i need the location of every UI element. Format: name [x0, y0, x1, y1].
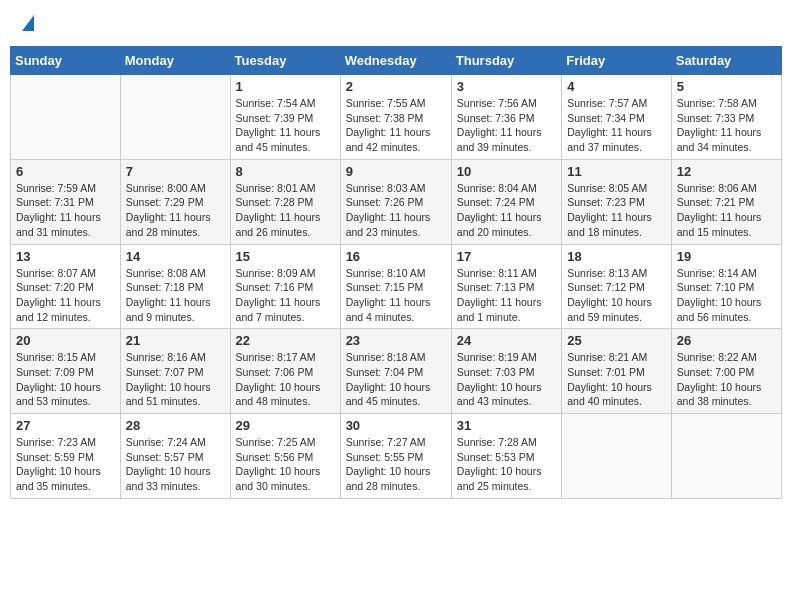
calendar-week-row: 6Sunrise: 7:59 AM Sunset: 7:31 PM Daylig… [11, 159, 782, 244]
calendar-day-cell: 18Sunrise: 8:13 AM Sunset: 7:12 PM Dayli… [562, 244, 672, 329]
calendar-day-cell: 3Sunrise: 7:56 AM Sunset: 7:36 PM Daylig… [451, 75, 561, 160]
calendar-header-row: SundayMondayTuesdayWednesdayThursdayFrid… [11, 47, 782, 75]
calendar-day-cell: 6Sunrise: 7:59 AM Sunset: 7:31 PM Daylig… [11, 159, 121, 244]
day-info: Sunrise: 7:27 AM Sunset: 5:55 PM Dayligh… [346, 435, 446, 494]
day-number: 16 [346, 249, 446, 264]
day-number: 13 [16, 249, 115, 264]
day-number: 22 [236, 333, 335, 348]
weekday-header: Saturday [671, 47, 781, 75]
day-number: 23 [346, 333, 446, 348]
calendar-day-cell: 11Sunrise: 8:05 AM Sunset: 7:23 PM Dayli… [562, 159, 672, 244]
weekday-header: Thursday [451, 47, 561, 75]
day-info: Sunrise: 8:19 AM Sunset: 7:03 PM Dayligh… [457, 350, 556, 409]
logo [20, 15, 34, 31]
calendar-day-cell: 4Sunrise: 7:57 AM Sunset: 7:34 PM Daylig… [562, 75, 672, 160]
day-number: 25 [567, 333, 666, 348]
day-number: 29 [236, 418, 335, 433]
day-info: Sunrise: 7:57 AM Sunset: 7:34 PM Dayligh… [567, 96, 666, 155]
calendar-day-cell: 29Sunrise: 7:25 AM Sunset: 5:56 PM Dayli… [230, 414, 340, 499]
weekday-header: Sunday [11, 47, 121, 75]
day-number: 12 [677, 164, 776, 179]
day-number: 11 [567, 164, 666, 179]
calendar-day-cell: 7Sunrise: 8:00 AM Sunset: 7:29 PM Daylig… [120, 159, 230, 244]
calendar-week-row: 1Sunrise: 7:54 AM Sunset: 7:39 PM Daylig… [11, 75, 782, 160]
day-number: 8 [236, 164, 335, 179]
calendar-day-cell: 16Sunrise: 8:10 AM Sunset: 7:15 PM Dayli… [340, 244, 451, 329]
day-number: 20 [16, 333, 115, 348]
day-number: 18 [567, 249, 666, 264]
calendar-day-cell: 27Sunrise: 7:23 AM Sunset: 5:59 PM Dayli… [11, 414, 121, 499]
day-number: 5 [677, 79, 776, 94]
calendar-day-cell: 9Sunrise: 8:03 AM Sunset: 7:26 PM Daylig… [340, 159, 451, 244]
day-number: 6 [16, 164, 115, 179]
calendar-day-cell: 5Sunrise: 7:58 AM Sunset: 7:33 PM Daylig… [671, 75, 781, 160]
day-number: 7 [126, 164, 225, 179]
day-info: Sunrise: 8:22 AM Sunset: 7:00 PM Dayligh… [677, 350, 776, 409]
day-number: 2 [346, 79, 446, 94]
calendar-day-cell: 17Sunrise: 8:11 AM Sunset: 7:13 PM Dayli… [451, 244, 561, 329]
day-info: Sunrise: 8:09 AM Sunset: 7:16 PM Dayligh… [236, 266, 335, 325]
day-info: Sunrise: 8:21 AM Sunset: 7:01 PM Dayligh… [567, 350, 666, 409]
day-number: 19 [677, 249, 776, 264]
day-number: 9 [346, 164, 446, 179]
day-info: Sunrise: 8:00 AM Sunset: 7:29 PM Dayligh… [126, 181, 225, 240]
day-info: Sunrise: 8:15 AM Sunset: 7:09 PM Dayligh… [16, 350, 115, 409]
calendar-day-cell: 12Sunrise: 8:06 AM Sunset: 7:21 PM Dayli… [671, 159, 781, 244]
calendar-week-row: 13Sunrise: 8:07 AM Sunset: 7:20 PM Dayli… [11, 244, 782, 329]
empty-cell [671, 414, 781, 499]
calendar-day-cell: 1Sunrise: 7:54 AM Sunset: 7:39 PM Daylig… [230, 75, 340, 160]
day-number: 21 [126, 333, 225, 348]
calendar-week-row: 27Sunrise: 7:23 AM Sunset: 5:59 PM Dayli… [11, 414, 782, 499]
day-number: 14 [126, 249, 225, 264]
day-info: Sunrise: 7:59 AM Sunset: 7:31 PM Dayligh… [16, 181, 115, 240]
weekday-header: Tuesday [230, 47, 340, 75]
calendar-day-cell: 8Sunrise: 8:01 AM Sunset: 7:28 PM Daylig… [230, 159, 340, 244]
logo-triangle-icon [22, 15, 34, 31]
day-info: Sunrise: 8:18 AM Sunset: 7:04 PM Dayligh… [346, 350, 446, 409]
day-info: Sunrise: 7:25 AM Sunset: 5:56 PM Dayligh… [236, 435, 335, 494]
empty-cell [562, 414, 672, 499]
day-number: 30 [346, 418, 446, 433]
day-number: 10 [457, 164, 556, 179]
day-info: Sunrise: 8:05 AM Sunset: 7:23 PM Dayligh… [567, 181, 666, 240]
calendar-day-cell: 2Sunrise: 7:55 AM Sunset: 7:38 PM Daylig… [340, 75, 451, 160]
day-number: 31 [457, 418, 556, 433]
weekday-header: Friday [562, 47, 672, 75]
day-info: Sunrise: 8:08 AM Sunset: 7:18 PM Dayligh… [126, 266, 225, 325]
page-header [10, 10, 782, 36]
calendar-day-cell: 26Sunrise: 8:22 AM Sunset: 7:00 PM Dayli… [671, 329, 781, 414]
day-info: Sunrise: 8:06 AM Sunset: 7:21 PM Dayligh… [677, 181, 776, 240]
day-number: 3 [457, 79, 556, 94]
day-info: Sunrise: 8:17 AM Sunset: 7:06 PM Dayligh… [236, 350, 335, 409]
calendar-day-cell: 28Sunrise: 7:24 AM Sunset: 5:57 PM Dayli… [120, 414, 230, 499]
day-number: 28 [126, 418, 225, 433]
day-info: Sunrise: 8:01 AM Sunset: 7:28 PM Dayligh… [236, 181, 335, 240]
day-number: 1 [236, 79, 335, 94]
day-info: Sunrise: 8:16 AM Sunset: 7:07 PM Dayligh… [126, 350, 225, 409]
day-number: 24 [457, 333, 556, 348]
calendar-day-cell: 25Sunrise: 8:21 AM Sunset: 7:01 PM Dayli… [562, 329, 672, 414]
calendar-day-cell: 10Sunrise: 8:04 AM Sunset: 7:24 PM Dayli… [451, 159, 561, 244]
empty-cell [120, 75, 230, 160]
day-info: Sunrise: 7:24 AM Sunset: 5:57 PM Dayligh… [126, 435, 225, 494]
day-info: Sunrise: 7:56 AM Sunset: 7:36 PM Dayligh… [457, 96, 556, 155]
calendar-day-cell: 24Sunrise: 8:19 AM Sunset: 7:03 PM Dayli… [451, 329, 561, 414]
calendar-day-cell: 23Sunrise: 8:18 AM Sunset: 7:04 PM Dayli… [340, 329, 451, 414]
calendar-day-cell: 22Sunrise: 8:17 AM Sunset: 7:06 PM Dayli… [230, 329, 340, 414]
calendar-day-cell: 14Sunrise: 8:08 AM Sunset: 7:18 PM Dayli… [120, 244, 230, 329]
day-info: Sunrise: 7:28 AM Sunset: 5:53 PM Dayligh… [457, 435, 556, 494]
day-info: Sunrise: 7:58 AM Sunset: 7:33 PM Dayligh… [677, 96, 776, 155]
day-info: Sunrise: 7:55 AM Sunset: 7:38 PM Dayligh… [346, 96, 446, 155]
day-info: Sunrise: 8:10 AM Sunset: 7:15 PM Dayligh… [346, 266, 446, 325]
calendar-day-cell: 30Sunrise: 7:27 AM Sunset: 5:55 PM Dayli… [340, 414, 451, 499]
day-number: 15 [236, 249, 335, 264]
day-info: Sunrise: 7:23 AM Sunset: 5:59 PM Dayligh… [16, 435, 115, 494]
calendar-week-row: 20Sunrise: 8:15 AM Sunset: 7:09 PM Dayli… [11, 329, 782, 414]
calendar-day-cell: 15Sunrise: 8:09 AM Sunset: 7:16 PM Dayli… [230, 244, 340, 329]
calendar-day-cell: 21Sunrise: 8:16 AM Sunset: 7:07 PM Dayli… [120, 329, 230, 414]
day-info: Sunrise: 8:11 AM Sunset: 7:13 PM Dayligh… [457, 266, 556, 325]
weekday-header: Wednesday [340, 47, 451, 75]
empty-cell [11, 75, 121, 160]
day-info: Sunrise: 8:03 AM Sunset: 7:26 PM Dayligh… [346, 181, 446, 240]
day-number: 27 [16, 418, 115, 433]
